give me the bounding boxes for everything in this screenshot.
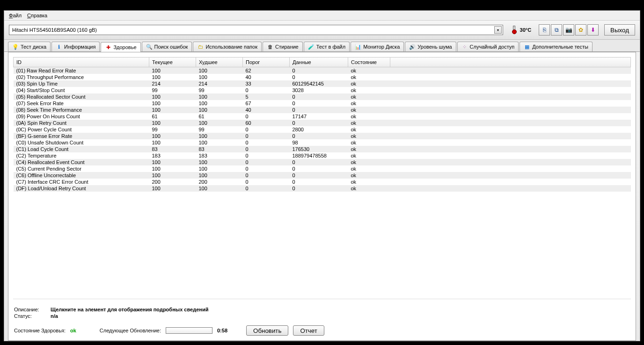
cell-data: 0	[290, 179, 348, 185]
cell-st: ok	[348, 146, 390, 152]
cell-worst: 100	[196, 100, 243, 107]
col-state[interactable]: Состояние	[348, 58, 390, 67]
cell-cur: 61	[149, 113, 196, 120]
cell-data: 0	[290, 165, 348, 172]
cell-id: (C6) Offline Uncorrectable	[14, 172, 149, 179]
tab-erase[interactable]: 🗑Стирание	[263, 42, 303, 51]
cell-cur: 100	[149, 67, 196, 74]
drive-dropdown[interactable]: Hitachi HTS545016B9SA00 (160 gB) ▾	[9, 25, 503, 35]
cell-id: (05) Reallocated Sector Count	[14, 93, 149, 100]
table-row[interactable]: (08) Seek Time Performance100100400ok	[14, 107, 631, 113]
tab-disk-test[interactable]: 💡Тест диска	[8, 42, 51, 51]
copy-icon[interactable]: ⎘	[539, 24, 550, 36]
table-row[interactable]: (C5) Current Pending Sector10010000ok	[14, 165, 631, 172]
update-progress	[166, 327, 212, 334]
speaker-icon: 🔊	[409, 43, 416, 50]
cell-cur: 183	[149, 152, 196, 159]
table-row[interactable]: (04) Start/Stop Count999903028ok	[14, 87, 631, 93]
col-worst[interactable]: Худшее	[196, 58, 243, 67]
drive-name-text: Hitachi HTS545016B9SA00 (160 gB)	[12, 27, 97, 33]
info-icon: ℹ	[56, 43, 62, 50]
cell-th: 0	[243, 159, 290, 165]
menu-file[interactable]: Файл	[9, 13, 22, 18]
table-row[interactable]: (C6) Offline Uncorrectable10010000ok	[14, 172, 631, 179]
table-row[interactable]: (07) Seek Error Rate100100670ok	[14, 100, 631, 107]
tab-folder-usage[interactable]: 🗀Использование папок	[193, 42, 262, 51]
table-row[interactable]: (C4) Reallocated Event Count10010000ok	[14, 159, 631, 165]
desc-label: Описание:	[14, 307, 47, 312]
col-data[interactable]: Данные	[290, 58, 348, 67]
timer-value: 0:58	[217, 328, 227, 333]
refresh-button[interactable]: Обновить	[246, 325, 288, 336]
table-row[interactable]: (0A) Spin Retry Count100100600ok	[14, 120, 631, 126]
cell-id: (0C) Power Cycle Count	[14, 126, 149, 133]
settings-icon[interactable]: ✿	[575, 24, 586, 36]
cell-cur: 100	[149, 100, 196, 107]
cell-data: 0	[290, 120, 348, 126]
cell-data: 2800	[290, 126, 348, 133]
table-row[interactable]: (05) Reallocated Sector Count10010050ok	[14, 93, 631, 100]
cell-cur: 100	[149, 172, 196, 179]
tab-noise[interactable]: 🔊Уровень шума	[405, 42, 456, 51]
cell-id: (0A) Spin Retry Count	[14, 120, 149, 126]
exit-button[interactable]: Выход	[604, 24, 635, 36]
tab-scan-errors[interactable]: 🔍Поиск ошибок	[142, 42, 192, 51]
col-threshold[interactable]: Порог	[243, 58, 290, 67]
table-row[interactable]: (02) Throughput Performance100100400ok	[14, 74, 631, 80]
cell-data: 17147	[290, 113, 348, 120]
table-row[interactable]: (C2) Temperature1831830188979478558ok	[14, 152, 631, 159]
screenshot-icon[interactable]: 📷	[563, 24, 574, 36]
cell-worst: 61	[196, 113, 243, 120]
menu-help[interactable]: Справка	[27, 13, 47, 18]
table-row[interactable]: (01) Raw Read Error Rate100100620ok	[14, 67, 631, 74]
cell-worst: 100	[196, 172, 243, 179]
table-row[interactable]: (DF) Load/Unload Retry Count10010000ok	[14, 185, 631, 192]
col-current[interactable]: Текущее	[149, 58, 196, 67]
table-row[interactable]: (0C) Power Cycle Count999902800ok	[14, 126, 631, 133]
tab-health[interactable]: ✚Здоровье	[101, 42, 140, 52]
cell-id: (09) Power On Hours Count	[14, 113, 149, 120]
cell-worst: 100	[196, 185, 243, 192]
copy-all-icon[interactable]: ⧉	[551, 24, 562, 36]
chevron-down-icon: ▾	[494, 26, 502, 34]
table-row[interactable]: (03) Spin Up Time2142143360129542145ok	[14, 80, 631, 87]
content-panel: ID Текущее Худшее Порог Данные Состояние…	[8, 52, 636, 341]
tab-random-access[interactable]: ⁘Случайный доступ	[457, 42, 519, 51]
cell-data: 0	[290, 185, 348, 192]
cell-id: (C7) Interface CRC Error Count	[14, 179, 149, 185]
cell-st: ok	[348, 165, 390, 172]
cell-st: ok	[348, 120, 390, 126]
cell-id: (C0) Unsafe Shutdown Count	[14, 139, 149, 146]
table-row[interactable]: (C7) Interface CRC Error Count20020000ok	[14, 179, 631, 185]
cell-data: 0	[290, 67, 348, 74]
table-row[interactable]: (BF) G-sense Error Rate10010000ok	[14, 133, 631, 139]
table-row[interactable]: (C0) Unsafe Shutdown Count100100098ok	[14, 139, 631, 146]
cell-cur: 100	[149, 74, 196, 80]
cell-th: 0	[243, 146, 290, 152]
tab-file-test[interactable]: 🧪Тест в файл	[304, 42, 350, 51]
cell-id: (C2) Temperature	[14, 152, 149, 159]
cell-th: 0	[243, 113, 290, 120]
col-id[interactable]: ID	[14, 58, 149, 67]
cell-id: (C5) Current Pending Sector	[14, 165, 149, 172]
tab-info[interactable]: ℹИнформация	[51, 42, 100, 51]
col-spacer	[390, 58, 631, 67]
status-label: Статус:	[14, 313, 47, 319]
tab-disk-monitor[interactable]: 📊Монитор Диска	[351, 42, 404, 51]
table-row[interactable]: (C1) Load Cycle Count83830176530ok	[14, 146, 631, 152]
cell-data: 0	[290, 107, 348, 113]
cell-cur: 99	[149, 87, 196, 93]
cell-id: (02) Throughput Performance	[14, 74, 149, 80]
cell-th: 0	[243, 165, 290, 172]
cell-data: 0	[290, 93, 348, 100]
smart-table-wrap[interactable]: ID Текущее Худшее Порог Данные Состояние…	[13, 57, 631, 299]
table-row[interactable]: (09) Power On Hours Count6161017147ok	[14, 113, 631, 120]
controls-row: Состояние Здоровья: ok Следующее Обновле…	[14, 325, 630, 336]
cell-cur: 200	[149, 179, 196, 185]
health-icon: ✚	[105, 44, 111, 50]
cell-id: (BF) G-sense Error Rate	[14, 133, 149, 139]
report-button[interactable]: Отчет	[293, 325, 324, 336]
cell-worst: 83	[196, 146, 243, 152]
download-icon[interactable]: ⬇	[587, 24, 599, 36]
tab-additional[interactable]: ▦Дополнительные тесты	[520, 42, 593, 51]
